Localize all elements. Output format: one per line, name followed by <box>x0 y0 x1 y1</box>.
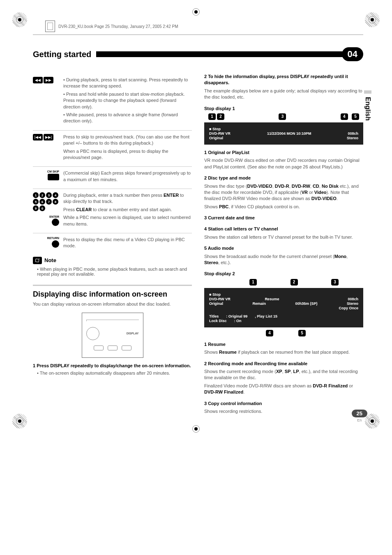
callout-marker: 3 <box>331 279 339 286</box>
enter-button-icon <box>52 219 59 226</box>
return-label: RETURN <box>47 237 59 240</box>
s2-item-1-body: Shows Resume if playback can be resumed … <box>204 349 363 355</box>
skip-description: Press to skip to previous/next track. (Y… <box>63 134 192 163</box>
keypad-9-icon: 9 <box>33 205 39 211</box>
keypad-2-icon: 2 <box>39 192 45 198</box>
keypad-7-icon: 7 <box>46 199 52 205</box>
language-tab: English <box>364 90 371 121</box>
item-1-body: VR mode DVD-RW discs edited on other DVD… <box>204 157 363 170</box>
callout-marker: 3 <box>279 113 286 120</box>
cmskip-label: CM SKIP <box>47 170 59 173</box>
keypad-5-icon: 5 <box>33 199 39 205</box>
keypad-1-icon: 1 <box>33 192 39 198</box>
s2-item-1-heading: 1 Resume <box>204 341 363 348</box>
s2-item-2-heading: 2 Recording mode and Recording time avai… <box>204 361 363 367</box>
number-entry-description: During playback, enter a track number th… <box>63 192 192 229</box>
step-2-body: The example displays below are a guide o… <box>204 88 363 101</box>
s2-item-3-body: Shows recording restrictions. <box>204 408 363 415</box>
keypad-6-icon: 6 <box>39 199 45 205</box>
page-number: 25 <box>352 410 367 417</box>
remote-button-icon <box>122 345 131 350</box>
section-intro: You can display various on-screen inform… <box>33 301 192 307</box>
item-2-body: Shows the disc type (DVD-VIDEO, DVD-R, D… <box>204 183 363 202</box>
return-button-icon <box>52 240 59 248</box>
remote-button-icon <box>108 345 118 350</box>
callout-marker: 4 <box>266 330 273 336</box>
scan-fwd-icon: ▶▶ <box>44 77 53 83</box>
section-title: Displaying disc information on-screen <box>33 290 192 299</box>
item-2-heading: 2 Disc type and mode <box>204 175 363 181</box>
callout-marker: 1 <box>208 113 216 120</box>
osd-display-2: ■ Stop DVD-RW VR Resume 008ch Original R… <box>204 288 363 327</box>
s2-item-2-finalized: Finalized Video mode DVD-R/RW discs are … <box>204 383 363 396</box>
note-body: When playing in PBC mode, some playback … <box>37 267 192 276</box>
item-1-heading: 1 Original or PlayList <box>204 150 363 156</box>
enter-label: ENTER <box>49 215 59 218</box>
keypad-3-icon: 3 <box>46 192 52 198</box>
remote-button-icon <box>94 345 104 350</box>
page-footer: 25 En <box>352 410 367 422</box>
remote-display-label: DISPLAY <box>127 332 139 335</box>
callout-marker: 2 <box>291 279 298 286</box>
step-1-heading: 1 Press DISPLAY repeatedly to display/ch… <box>33 363 192 369</box>
callout-marker: 5 <box>352 113 359 120</box>
remote-diagram: DISPLAY <box>82 313 143 358</box>
book-icon <box>45 21 55 32</box>
next-track-icon: ▶▶| <box>44 134 53 140</box>
step-1-body: The on-screen display automatically disa… <box>37 371 192 375</box>
chapter-title: Getting started <box>33 50 96 59</box>
callout-marker: 2 <box>217 113 224 120</box>
callout-marker: 4 <box>341 113 348 120</box>
note-icon <box>33 257 42 264</box>
callout-marker: 5 <box>298 330 306 336</box>
book-header: DVR-230_KU.book Page 25 Thursday, Januar… <box>45 21 363 32</box>
keypad-0-icon: 0 <box>39 205 45 211</box>
keypad-8-icon: 8 <box>53 199 58 205</box>
item-4-body: Shows the station call letters or TV cha… <box>204 234 363 240</box>
s2-item-3-heading: 3 Copy control information <box>204 401 363 407</box>
osd-display-1: ■ Stop DVD-RW VR 11/22/2004 MON 10:10PM … <box>204 122 363 145</box>
cmskip-description: (Commercial skip) Each press skips forwa… <box>63 170 192 184</box>
return-description: Press to display the disc menu of a Vide… <box>63 237 192 251</box>
prev-track-icon: |◀◀ <box>33 134 43 140</box>
item-3-heading: 3 Current date and time <box>204 215 363 221</box>
book-header-text: DVR-230_KU.book Page 25 Thursday, Januar… <box>58 24 178 29</box>
page-language: En <box>357 418 362 422</box>
stop-display-2-title: Stop display 2 <box>204 271 363 277</box>
scan-back-icon: ◀◀ <box>33 77 43 83</box>
step-2-heading: 2 To hide the information display, press… <box>204 74 363 86</box>
item-5-heading: 5 Audio mode <box>204 245 363 251</box>
scan-description: • During playback, press to start scanni… <box>63 77 192 126</box>
remote-display-button-icon <box>86 327 99 340</box>
item-5-body: Shows the broadcast audio mode for the c… <box>204 253 363 266</box>
callout-marker: 1 <box>249 279 257 286</box>
item-2-pbc: Shows PBC, if Video CD playback control … <box>204 204 363 210</box>
item-4-heading: 4 Station call letters or TV channel <box>204 226 363 232</box>
keypad-4-icon: 4 <box>53 192 58 198</box>
s2-item-2-body: Shows the current recording mode (XP, SP… <box>204 368 363 381</box>
chapter-number: 04 <box>342 47 363 61</box>
note-heading: Note <box>44 257 56 263</box>
stop-display-1-title: Stop display 1 <box>204 106 363 112</box>
cmskip-icon <box>48 174 59 180</box>
chapter-header: Getting started 04 <box>33 47 363 61</box>
